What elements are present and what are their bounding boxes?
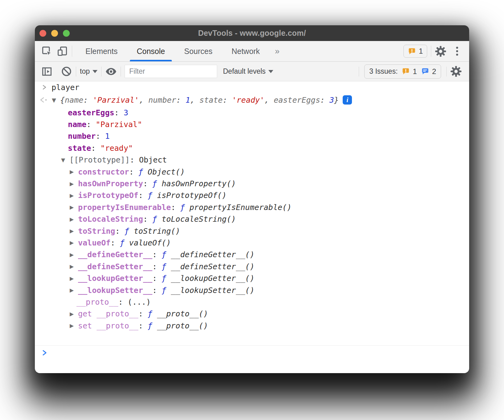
- property-token: __lookupGetter__: [78, 274, 152, 283]
- disclosure-down-icon[interactable]: ▼: [61, 157, 69, 163]
- property-token: :: [130, 155, 139, 164]
- property-token: ƒ: [180, 203, 189, 212]
- page-background: DevTools - www.google.com/ ElementsConso…: [0, 0, 504, 420]
- preview-token: 'Parzival': [93, 96, 139, 105]
- clear-console-icon[interactable]: [61, 66, 72, 77]
- preview-token: }: [334, 96, 339, 105]
- disclosure-right-icon[interactable]: ▶: [70, 192, 78, 199]
- property-token: :: [86, 120, 96, 129]
- disclosure-right-icon[interactable]: ▶: [70, 169, 78, 175]
- console-prompt[interactable]: [35, 346, 469, 360]
- inspect-element-icon[interactable]: [41, 45, 53, 57]
- preview-token: ,: [139, 96, 148, 105]
- tab-elements[interactable]: Elements: [76, 41, 127, 61]
- property-token: __lookupSetter__(): [171, 286, 254, 295]
- property-token: propertyIsEnumerable: [78, 203, 171, 212]
- disclosure-right-icon[interactable]: ▶: [70, 240, 78, 246]
- error-count: 1: [419, 47, 423, 56]
- property-row: ▶isPrototypeOf: ƒ isPrototypeOf(): [35, 190, 469, 201]
- disclosure-right-icon[interactable]: ▶: [70, 204, 78, 210]
- object-preview: {name: 'Parzival', number: 1, state: 're…: [60, 96, 339, 105]
- tab-console[interactable]: Console: [127, 41, 175, 61]
- tab-sources[interactable]: Sources: [175, 41, 222, 61]
- tab-network[interactable]: Network: [222, 41, 270, 61]
- disclosure-right-icon[interactable]: ▶: [70, 311, 78, 317]
- disclosure-right-icon[interactable]: ▶: [70, 287, 78, 293]
- property-token: "Parzival": [96, 120, 142, 129]
- property-token: __lookupGetter__(): [171, 274, 254, 283]
- settings-gear-icon[interactable]: [435, 46, 446, 57]
- preview-token: {: [60, 96, 65, 105]
- property-token: ƒ: [148, 321, 157, 330]
- preview-token: :: [176, 96, 185, 105]
- toolbar-divider: [72, 46, 72, 57]
- tab-label: Network: [232, 47, 260, 56]
- disclosure-right-icon[interactable]: ▶: [70, 228, 78, 234]
- disclosure-right-icon[interactable]: ▶: [70, 181, 78, 187]
- property-row: ▶__defineGetter__: ƒ __defineGetter__(): [35, 249, 469, 261]
- property-token: ƒ: [162, 262, 171, 271]
- property-token: ƒ: [162, 286, 171, 295]
- disclosure-right-icon[interactable]: ▶: [70, 263, 78, 270]
- console-settings-gear-icon[interactable]: [450, 66, 462, 77]
- property-token: ƒ: [148, 309, 157, 318]
- property-token: 3: [124, 108, 128, 117]
- kebab-menu-icon[interactable]: [453, 46, 461, 56]
- property-token: toLocaleString(): [162, 215, 236, 224]
- console-toolbar: top Default levels 3 Issues:: [35, 62, 469, 81]
- property-token: :: [115, 227, 124, 236]
- more-tabs-button[interactable]: »: [269, 47, 285, 56]
- disclosure-right-icon[interactable]: ▶: [70, 323, 78, 329]
- property-token: :: [138, 309, 148, 318]
- info-icon[interactable]: i: [343, 95, 352, 105]
- tab-label: Console: [137, 47, 165, 56]
- property-row: easterEggs: 3: [35, 107, 469, 118]
- property-token: Object(): [148, 167, 185, 176]
- disclosure-down-icon[interactable]: ▼: [52, 97, 60, 103]
- property-token: :: [138, 191, 148, 200]
- property-token: __proto__(): [157, 309, 208, 318]
- command-text: player: [52, 83, 79, 92]
- console-sidebar-icon[interactable]: [41, 66, 53, 77]
- property-row: ▶hasOwnProperty: ƒ hasOwnProperty(): [35, 178, 469, 189]
- disclosure-right-icon[interactable]: ▶: [70, 252, 78, 258]
- toolbar-divider: [121, 67, 121, 76]
- property-token: hasOwnProperty(): [162, 179, 236, 188]
- console-result-row: ▼ {name: 'Parzival', number: 1, state: '…: [35, 93, 469, 107]
- property-token: __defineGetter__(): [171, 250, 254, 259]
- property-row: ▶__defineSetter__: ƒ __defineSetter__(): [35, 261, 469, 272]
- preview-token: :: [320, 96, 329, 105]
- property-token: (...): [128, 298, 151, 307]
- toolbar-divider: [359, 67, 359, 76]
- property-token: valueOf: [78, 238, 110, 247]
- device-toolbar-icon[interactable]: [56, 45, 68, 57]
- filter-input[interactable]: [125, 65, 217, 78]
- property-row: ▶valueOf: ƒ valueOf(): [35, 237, 469, 249]
- disclosure-right-icon[interactable]: ▶: [70, 275, 78, 282]
- property-token: state: [68, 144, 91, 153]
- property-token: __defineSetter__(): [171, 262, 254, 271]
- tab-strip: ElementsConsoleSourcesNetwork: [76, 41, 269, 61]
- issue-count-2: 2: [432, 67, 436, 76]
- property-token: :: [143, 179, 152, 188]
- context-selector[interactable]: top: [80, 67, 97, 76]
- property-token: __defineGetter__: [78, 250, 152, 259]
- property-token: isPrototypeOf(): [157, 191, 227, 200]
- error-count-button[interactable]: 1: [403, 45, 427, 58]
- issue-message-bubble-icon: [421, 67, 429, 76]
- live-expression-eye-icon[interactable]: [105, 66, 117, 77]
- disclosure-right-icon[interactable]: ▶: [70, 216, 78, 222]
- property-token: valueOf(): [129, 238, 171, 247]
- property-token: constructor: [78, 167, 129, 176]
- devtools-tabbar: ElementsConsoleSourcesNetwork » 1: [35, 41, 469, 62]
- context-label: top: [80, 67, 90, 76]
- preview-token: name: [65, 96, 83, 105]
- property-token: easterEggs: [68, 108, 114, 117]
- preview-token: 1: [185, 96, 190, 105]
- property-token: :: [152, 274, 162, 283]
- object-tree: easterEggs: 3name: "Parzival"number: 1st…: [35, 107, 469, 331]
- issues-button[interactable]: 3 Issues: 1 2: [364, 64, 441, 79]
- log-levels-selector[interactable]: Default levels: [223, 67, 273, 76]
- command-chevron-icon: [42, 84, 48, 91]
- property-token: __proto__(): [157, 321, 208, 330]
